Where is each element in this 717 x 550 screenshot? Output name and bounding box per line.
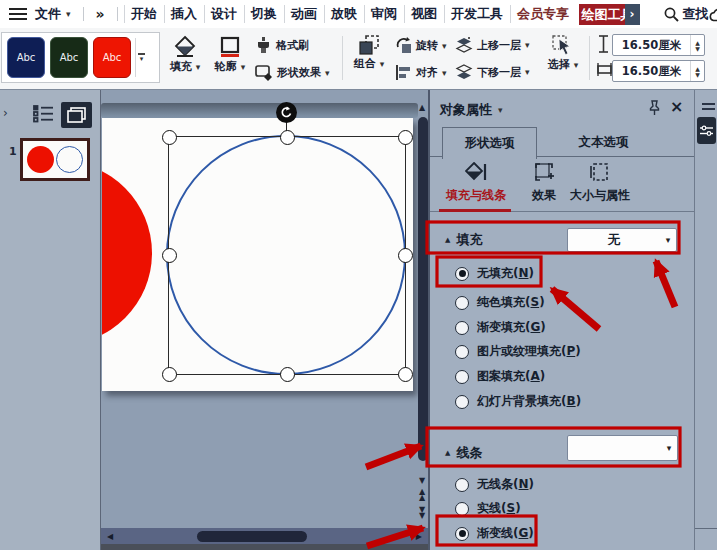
next-slide-button[interactable]: ▼▼ (419, 507, 425, 519)
tab-review[interactable]: 审阅 (364, 5, 404, 23)
tab-home[interactable]: 开始 (124, 5, 164, 23)
radio-no-fill[interactable]: 无填充(N) (455, 265, 534, 282)
resize-handle-n[interactable] (280, 130, 295, 145)
scroll-right-icon[interactable]: ▶ (416, 532, 422, 541)
object-properties-shortcut-button[interactable] (697, 117, 716, 144)
resize-handle-sw[interactable] (162, 367, 177, 382)
align-button[interactable]: 对齐 ▾ (395, 64, 447, 81)
close-icon[interactable]: × (670, 97, 683, 116)
tab-slideshow[interactable]: 放映 (324, 5, 364, 23)
radio-solid-line[interactable]: 实线(S) (455, 500, 521, 517)
radio-no-line[interactable]: 无线条(N) (455, 476, 534, 493)
slides-view-button[interactable] (61, 102, 92, 128)
radio-gradient-fill[interactable]: 渐变填充(G) (455, 319, 546, 336)
subtab-fill-and-line[interactable]: 填充与线条 (438, 162, 514, 204)
chevron-right-icon[interactable]: › (625, 4, 640, 25)
tab-shape-options[interactable]: 形状选项 (442, 127, 537, 159)
panel-collapse-chevron-icon[interactable]: › (3, 106, 8, 120)
horizontal-scrollbar[interactable]: ◀ ▶ (101, 528, 428, 544)
tab-overflow-button[interactable]: » (90, 6, 111, 22)
cloud-sync-icon[interactable] (709, 7, 717, 22)
resize-handle-s[interactable] (280, 367, 295, 382)
tab-animations[interactable]: 动画 (284, 5, 324, 23)
radio-pattern-fill[interactable]: 图案填充(A) (455, 368, 545, 385)
find-button[interactable]: 查找 (664, 5, 709, 23)
spin-down-icon[interactable]: ▼ (695, 46, 700, 51)
panel-resize-grip[interactable] (702, 103, 715, 113)
subtab-size-properties[interactable]: 大小与属性 (568, 162, 632, 204)
bring-forward-button[interactable]: 上移一层 ▾ (455, 37, 530, 53)
width-spinner[interactable]: 16.50厘米 ▲▼ (612, 60, 705, 82)
tab-design[interactable]: 设计 (204, 5, 244, 23)
resize-handle-se[interactable] (398, 367, 413, 382)
spin-up-icon[interactable]: ▲ (695, 40, 700, 45)
scroll-down-icon[interactable]: ▼ (419, 476, 425, 485)
outline-button[interactable]: 轮廓 ▾ (208, 35, 252, 74)
tab-developer[interactable]: 开发工具 (444, 5, 510, 23)
object-properties-panel: 对象属性 ▾ × 形状选项 文本选项 填充与线条 效果 大小与属性 ▲ 填充 无 (428, 90, 696, 550)
spin-down-icon[interactable]: ▼ (695, 72, 700, 77)
blue-circle-shape-selected[interactable] (166, 135, 406, 375)
radio-solid-fill[interactable]: 纯色填充(S) (455, 294, 545, 311)
resize-handle-w[interactable] (162, 248, 177, 263)
scroll-left-icon[interactable]: ◀ (107, 532, 113, 541)
tab-insert[interactable]: 插入 (164, 5, 204, 23)
horizontal-scrollbar-thumb[interactable] (197, 531, 307, 542)
vertical-scrollbar-thumb[interactable] (418, 117, 428, 461)
resize-handle-ne[interactable] (398, 130, 413, 145)
fill-button[interactable]: 填充 ▾ (163, 35, 207, 74)
chevron-down-icon: ▾ (140, 57, 144, 62)
group-button[interactable]: 组合 ▾ (347, 34, 391, 71)
red-circle-shape[interactable] (102, 161, 152, 345)
panel-title[interactable]: 对象属性 ▾ (440, 101, 503, 119)
height-stepper-arrows[interactable]: ▲▼ (690, 35, 704, 55)
fill-section-header[interactable]: ▲ 填充 (445, 231, 482, 249)
shape-effects-icon (255, 64, 273, 81)
file-menu[interactable]: 文件 ▾ (35, 5, 71, 23)
file-menu-label: 文件 (35, 5, 61, 23)
format-painter-button[interactable]: 格式刷 (255, 37, 309, 54)
chevron-down-icon: ▾ (660, 235, 676, 245)
divider (695, 528, 717, 529)
slide-canvas[interactable]: ▲ ▼ ▲▲ ▼▼ ◀ ▶ (101, 90, 428, 550)
radio-gradient-line[interactable]: 渐变线(G) (455, 525, 534, 542)
height-spinner[interactable]: 16.50厘米 ▲▼ (612, 34, 705, 56)
gallery-more-button[interactable]: ▾ (135, 38, 147, 77)
tab-transitions[interactable]: 切换 (244, 5, 284, 23)
scroll-up-icon[interactable]: ▲ (419, 103, 425, 112)
slide-editing-surface[interactable] (102, 118, 413, 391)
rotate-button[interactable]: 旋转 ▾ (395, 37, 447, 54)
resize-handle-nw[interactable] (162, 130, 177, 145)
resize-handle-e[interactable] (398, 248, 413, 263)
rotation-handle[interactable] (276, 102, 297, 123)
previous-slide-button[interactable]: ▲▲ (419, 489, 425, 501)
spin-up-icon[interactable]: ▲ (695, 66, 700, 71)
line-style-dropdown[interactable]: ▾ (567, 435, 678, 461)
outline-icon (218, 35, 242, 59)
line-section-header[interactable]: ▲ 线条 (445, 444, 482, 462)
tab-member[interactable]: 会员专享 (510, 5, 576, 23)
style-preset-3[interactable]: Abc (93, 37, 131, 78)
slide-thumbnail-1[interactable] (20, 138, 90, 181)
select-button[interactable]: 选择 ▾ (541, 34, 585, 72)
hamburger-menu-icon[interactable] (9, 8, 27, 20)
tab-text-options[interactable]: 文本选项 (557, 127, 650, 157)
bring-forward-icon (455, 37, 473, 53)
fill-line-icon (465, 162, 487, 182)
chevron-down-icon: ▾ (442, 41, 447, 51)
fill-type-dropdown[interactable]: 无 ▾ (567, 228, 677, 252)
radio-slide-background-fill[interactable]: 幻灯片背景填充(B) (455, 393, 581, 410)
tab-drawing-tools-active[interactable]: 绘图工具 (579, 4, 625, 25)
style-preset-2[interactable]: Abc (50, 37, 88, 78)
pin-icon[interactable] (648, 100, 661, 115)
send-backward-button[interactable]: 下移一层 ▾ (455, 64, 530, 80)
subtab-effects[interactable]: 效果 (526, 162, 562, 204)
width-stepper-arrows[interactable]: ▲▼ (690, 61, 704, 81)
outline-view-icon[interactable] (33, 105, 54, 123)
tab-view[interactable]: 视图 (404, 5, 444, 23)
shape-effects-button[interactable]: 形状效果 ▾ (255, 64, 330, 81)
radio-picture-texture-fill[interactable]: 图片或纹理填充(P) (455, 343, 581, 360)
style-preset-1[interactable]: Abc (7, 37, 45, 78)
radio-no-line-label: 无线条(N) (477, 476, 534, 493)
wps-presentation-window: { "menubar": { "file_label": "文件", "over… (0, 0, 717, 550)
